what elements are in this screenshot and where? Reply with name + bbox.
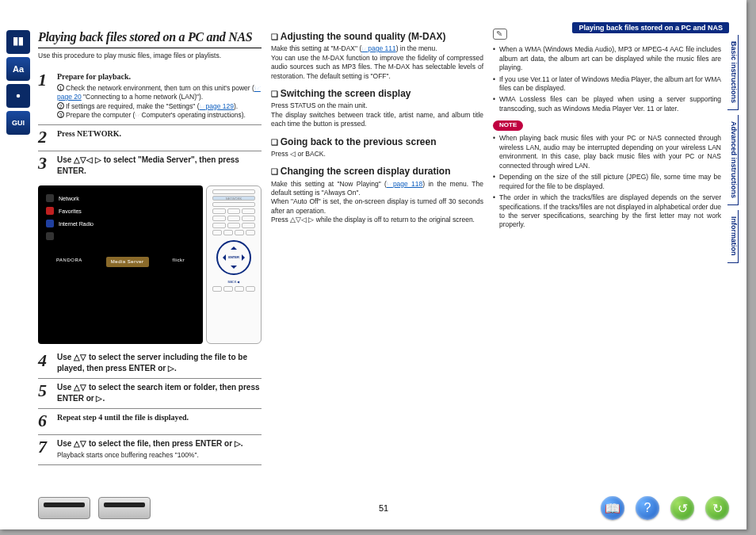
link-page-111[interactable]: ☞page 111 bbox=[361, 44, 395, 52]
page-subtitle: Use this procedure to play music files, … bbox=[38, 52, 262, 60]
device-rear-icon[interactable] bbox=[98, 497, 151, 519]
list-item: When a WMA (Windows Media Audio), MP3 or… bbox=[493, 45, 721, 72]
link-page-118[interactable]: ☞page 118 bbox=[387, 180, 422, 188]
help-button[interactable]: ? bbox=[636, 496, 659, 520]
step-heading: Use △▽ to select the file, then press EN… bbox=[57, 439, 243, 448]
step-detail: Playback starts once buffering reaches "… bbox=[57, 451, 262, 460]
note-badge: NOTE bbox=[493, 120, 523, 131]
remote-illustration: NETWORK BACK ◀ bbox=[206, 185, 262, 344]
para: Press STATUS on the main unit. The displ… bbox=[271, 101, 483, 128]
list-item: WMA Lossless files can be played when us… bbox=[493, 95, 721, 113]
tips-list: When a WMA (Windows Media Audio), MP3 or… bbox=[493, 45, 721, 113]
step-heading: Press NETWORK. bbox=[57, 129, 121, 138]
heading-go-back: Going back to the previous screen bbox=[271, 136, 483, 148]
page-number: 51 bbox=[379, 503, 388, 513]
step-number: 7 bbox=[38, 438, 52, 460]
gui-icon[interactable]: GUI bbox=[6, 111, 30, 135]
step-heading: Use △▽ to select the server including th… bbox=[57, 353, 247, 373]
book-icon[interactable] bbox=[6, 30, 30, 54]
tab-basic[interactable]: Basic instructions bbox=[727, 35, 739, 110]
next-page-button[interactable]: ↻ bbox=[705, 496, 729, 520]
page-title: Playing back files stored on a PC and NA… bbox=[38, 29, 262, 48]
font-size-icon[interactable]: Aa bbox=[6, 57, 30, 81]
step-number: 2 bbox=[38, 128, 52, 146]
footer-nav: 📖 ? ↺ ↻ bbox=[601, 496, 729, 520]
sidebar-rail: Aa GUI bbox=[6, 30, 30, 135]
tv-preview: Network Favorites Internet Radio PANDORA… bbox=[38, 185, 203, 344]
step-heading: Prepare for playback. bbox=[57, 72, 131, 81]
para: Make this setting at "Now Playing" (☞pag… bbox=[271, 180, 483, 225]
prev-page-button[interactable]: ↺ bbox=[670, 496, 694, 520]
note-list: When playing back music files with your … bbox=[493, 134, 721, 230]
note-icon bbox=[493, 29, 507, 40]
step-heading: Use △▽◁ ▷ to select "Media Server", then… bbox=[57, 155, 239, 175]
dpad-icon bbox=[216, 240, 251, 275]
step-heading: Use △▽ to select the search item or fold… bbox=[57, 383, 260, 403]
step-number: 5 bbox=[38, 382, 52, 403]
svg-point-0 bbox=[17, 94, 21, 98]
step-heading: Repeat step 4 until the file is displaye… bbox=[57, 413, 189, 422]
link-page-129[interactable]: ☞page 129 bbox=[200, 102, 234, 110]
ui-illustration: Network Favorites Internet Radio PANDORA… bbox=[38, 185, 262, 344]
step-number: 3 bbox=[38, 155, 52, 176]
step-number: 6 bbox=[38, 412, 52, 430]
list-item: The order in which the tracks/files are … bbox=[493, 193, 721, 230]
heading-switch-display: Switching the screen display bbox=[271, 87, 483, 100]
tab-advanced[interactable]: Advanced instructions bbox=[727, 115, 739, 205]
list-item: When playing back music files with your … bbox=[493, 134, 721, 170]
heading-display-duration: Changing the screen display duration bbox=[271, 165, 483, 178]
para: Make this setting at "M-DAX" (☞page 111)… bbox=[271, 44, 483, 81]
list-item: Depending on the size of the still pictu… bbox=[493, 173, 721, 191]
list-item: If you use Ver.11 or later of Windows Me… bbox=[493, 75, 721, 94]
section-tabs: Basic instructions Advanced instructions… bbox=[727, 35, 739, 263]
contents-button[interactable]: 📖 bbox=[601, 496, 624, 520]
step-number: 4 bbox=[38, 352, 52, 373]
para: Press ◁ or BACK. bbox=[271, 150, 483, 159]
device-front-icon[interactable] bbox=[38, 497, 90, 519]
gear-icon[interactable] bbox=[6, 84, 30, 108]
tab-information[interactable]: Information bbox=[727, 210, 739, 263]
heading-mdax: Adjusting the sound quality (M-DAX) bbox=[271, 30, 483, 43]
step-number: 1 bbox=[38, 71, 52, 120]
